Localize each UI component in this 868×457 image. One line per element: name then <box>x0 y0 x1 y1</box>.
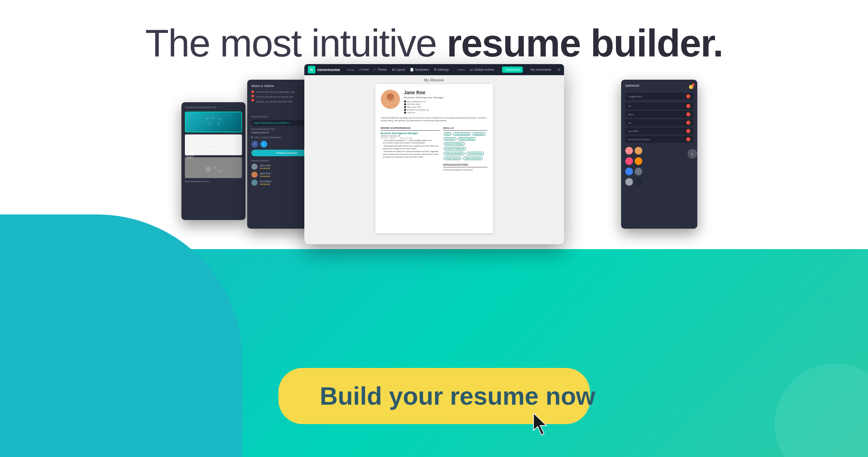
swatch-orange[interactable] <box>635 147 642 155</box>
svg-line-9 <box>218 119 220 124</box>
svg-line-7 <box>206 118 210 125</box>
swatch-blue[interactable] <box>625 168 633 175</box>
main-heading: The most intuitive resume builder. <box>0 21 868 65</box>
resume-name-section: Jane Roe Business Development Manager ja… <box>404 90 487 114</box>
skill-outbound-marketing: Outbound Marketing <box>444 152 465 155</box>
organization-1: American Management Association <box>443 169 487 171</box>
cursor-icon <box>531 412 552 438</box>
swatch-gray-light[interactable] <box>625 178 633 186</box>
menu-icon[interactable]: ≡ <box>557 67 560 72</box>
skills-section: SKILLS SEO Public Speaking Negotiation T… <box>443 126 487 160</box>
contact-phone: 202-555-0166 <box>407 103 420 105</box>
resume-avatar <box>381 90 400 109</box>
company-1: AirState Solutions 🔗 <box>381 134 440 137</box>
suggestions-label: Suggestions <box>628 95 642 98</box>
nav-theme[interactable]: ✓Theme <box>374 68 387 71</box>
opt-label-education: ation <box>628 113 634 116</box>
job-bullet-3: - Reviewed constantly the customer feedb… <box>383 150 440 158</box>
editor-nav: Design AFont ✓Theme ⊞Layout 📄Templates ⚙… <box>347 67 561 73</box>
opt-section-contacts[interactable]: cts <box>625 103 693 109</box>
editor-logo-text: novoresume <box>317 68 340 72</box>
share-bullet-2: This link should not be shared with... <box>256 95 307 99</box>
twitter-icon[interactable]: t <box>260 141 267 148</box>
contact-location: New York, USA <box>407 106 421 108</box>
svg-point-11 <box>205 167 211 172</box>
svg-point-12 <box>213 166 217 169</box>
color-row-3 <box>625 168 693 175</box>
opt-section-technical[interactable]: ical Skills <box>625 128 693 134</box>
skill-research-strategy: Research & Strategy <box>444 142 465 146</box>
swatch-pink-light[interactable] <box>625 147 633 155</box>
opt-section-references[interactable]: erences & Courses <box>625 136 693 143</box>
svg-point-13 <box>218 169 222 173</box>
swatch-hot-pink[interactable] <box>625 157 633 165</box>
job-bullet-2: - Developed and implemented new marketin… <box>383 145 440 150</box>
organizations-title: ORGANIZATIONS <box>443 163 487 167</box>
color-swatches-area <box>625 147 693 186</box>
design-label: Design <box>347 69 355 71</box>
opt-dot-education <box>686 112 690 116</box>
svg-point-19 <box>391 96 392 97</box>
swatch-dark[interactable] <box>635 178 642 186</box>
bg-thumbnail-network[interactable] <box>185 112 242 132</box>
color-row-2 <box>625 157 693 165</box>
contact-linkedin: linkedin.com/in/jane.roe <box>407 109 429 111</box>
nav-font[interactable]: AFont <box>359 68 369 71</box>
contact-website: Jane.roe <box>407 112 415 114</box>
resume-header: Jane Roe Business Development Manager ja… <box>381 90 487 114</box>
opt-dot-contacts <box>686 104 690 108</box>
svg-point-18 <box>388 96 389 97</box>
optimizer-panel: Optimizer ! Suggestions cts ation ary ic… <box>621 80 697 229</box>
opt-section-education[interactable]: ation <box>625 111 693 118</box>
utilities-label: Utilities <box>457 69 465 71</box>
nav-global-archive[interactable]: 🗂Global Archive <box>470 68 494 71</box>
deco-circle-1 <box>775 363 868 457</box>
swatch-orange-bright[interactable] <box>635 157 642 165</box>
download-button[interactable]: Download <box>502 67 523 73</box>
job-title-1: Business Development Manager <box>381 132 440 134</box>
editor-content: My Résumé <box>304 75 564 244</box>
skill-public-speaking: Public Speaking <box>453 132 471 136</box>
opt-label-summary: ary <box>628 121 632 124</box>
skill-emotional-intelligence: Emotional Intelligence <box>444 147 466 150</box>
bg-thumbnail-gray[interactable] <box>185 157 242 178</box>
nav-settings[interactable]: ⚙Settings <box>434 68 449 71</box>
resume-col-right: SKILLS SEO Public Speaking Negotiation T… <box>443 124 487 171</box>
opt-label-references: erences & Courses <box>628 138 650 141</box>
opt-label-technical: ical Skills <box>628 130 639 133</box>
resume-paper: Jane Roe Business Development Manager ja… <box>375 84 493 233</box>
svg-line-6 <box>213 118 220 119</box>
resume-col-left: WORK EXPERIENCE Business Development Man… <box>381 124 440 171</box>
nav-arrow-right[interactable]: › <box>688 149 697 159</box>
organizations-section: ORGANIZATIONS American Management Associ… <box>443 163 487 171</box>
skill-negotiation: Negotiation <box>472 132 486 136</box>
nav-layout[interactable]: ⊞Layout <box>392 68 405 71</box>
work-experience-section: WORK EXPERIENCE Business Development Man… <box>381 126 440 159</box>
color-row-4 <box>625 178 693 186</box>
canvas-title: My Résumé <box>424 78 444 82</box>
background-panel: Creative Backgrounds 1/2 Sync Background… <box>181 102 245 220</box>
my-documents-button[interactable]: My Documents <box>530 68 551 71</box>
nav-templates[interactable]: 📄Templates <box>410 68 429 71</box>
editor-topbar: N novoresume Design AFont ✓Theme ⊞Layout… <box>304 64 564 75</box>
sync-bg-button[interactable]: Sync Background colo... <box>185 180 242 183</box>
novoresume-logo-icon: N <box>308 66 315 73</box>
nav-arrow-left[interactable]: ‹ <box>185 149 195 159</box>
skill-seo: SEO <box>444 132 452 136</box>
skills-tags-row: SEO Public Speaking Negotiation Teamwork… <box>443 132 487 160</box>
work-experience-title: WORK EXPERIENCE <box>381 126 440 131</box>
svg-line-8 <box>210 118 213 125</box>
swatch-gray-mid[interactable] <box>635 168 642 175</box>
opt-dot-references <box>686 137 690 141</box>
advisor-avatar-3 <box>251 179 258 186</box>
advisor-avatar-1 <box>251 164 258 170</box>
heading-bold-text: resume builder. <box>447 21 723 65</box>
bg-panel-title: Creative Backgrounds 1/2 <box>185 106 242 109</box>
opt-section-summary[interactable]: ary <box>625 119 693 126</box>
share-bullet-3: instead, you should send the PDF... <box>256 100 307 104</box>
resume-columns: WORK EXPERIENCE Business Development Man… <box>381 124 487 171</box>
facebook-icon[interactable]: f <box>251 141 258 148</box>
editor-logo: N novoresume <box>308 66 340 73</box>
suggestions-row[interactable]: Suggestions <box>625 93 693 100</box>
skills-title: SKILLS <box>443 126 487 131</box>
